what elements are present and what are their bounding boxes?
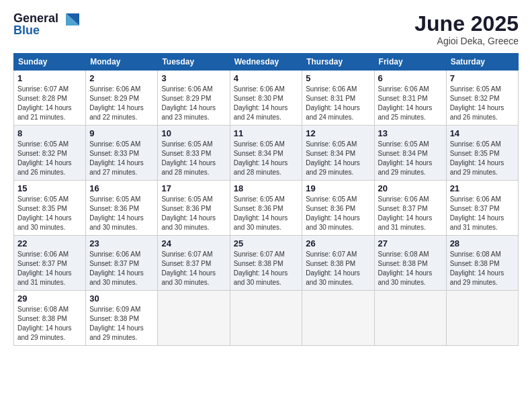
day-number: 4: [234, 73, 299, 83]
logo: General Blue: [13, 12, 79, 36]
table-row: 4 Sunrise: 6:06 AM Sunset: 8:30 PM Dayli…: [230, 71, 302, 126]
table-row: 2 Sunrise: 6:06 AM Sunset: 8:29 PM Dayli…: [86, 71, 158, 126]
calendar-week-row: 1 Sunrise: 6:07 AM Sunset: 8:28 PM Dayli…: [14, 71, 519, 126]
day-info: Sunrise: 6:06 AM Sunset: 8:37 PM Dayligh…: [89, 250, 154, 287]
logo-blue: Blue: [13, 24, 58, 36]
table-row: 12 Sunrise: 6:05 AM Sunset: 8:34 PM Dayl…: [302, 126, 374, 181]
table-row: 7 Sunrise: 6:05 AM Sunset: 8:32 PM Dayli…: [446, 71, 518, 126]
logo-general: General: [13, 12, 58, 24]
calendar-table: Sunday Monday Tuesday Wednesday Thursday…: [13, 53, 519, 346]
day-number: 17: [161, 183, 226, 193]
day-info: Sunrise: 6:06 AM Sunset: 8:30 PM Dayligh…: [234, 85, 299, 122]
day-number: 27: [378, 238, 443, 248]
day-info: Sunrise: 6:05 AM Sunset: 8:36 PM Dayligh…: [306, 195, 370, 232]
day-number: 1: [17, 73, 82, 83]
col-friday: Friday: [374, 54, 446, 71]
day-number: 23: [89, 238, 154, 248]
table-row: 16 Sunrise: 6:05 AM Sunset: 8:36 PM Dayl…: [86, 181, 158, 236]
location: Agioi Deka, Greece: [414, 36, 519, 46]
logo-icon: [60, 11, 79, 30]
table-row: 14 Sunrise: 6:05 AM Sunset: 8:35 PM Dayl…: [446, 126, 518, 181]
day-number: 12: [306, 128, 370, 138]
table-row: 8 Sunrise: 6:05 AM Sunset: 8:32 PM Dayli…: [14, 126, 86, 181]
day-info: Sunrise: 6:05 AM Sunset: 8:34 PM Dayligh…: [378, 140, 443, 177]
day-number: 20: [378, 183, 443, 193]
day-info: Sunrise: 6:07 AM Sunset: 8:37 PM Dayligh…: [161, 250, 226, 287]
table-row: [302, 291, 374, 346]
day-number: 25: [234, 238, 299, 248]
table-row: 25 Sunrise: 6:07 AM Sunset: 8:38 PM Dayl…: [230, 236, 302, 291]
day-number: 28: [450, 238, 515, 248]
day-info: Sunrise: 6:06 AM Sunset: 8:29 PM Dayligh…: [161, 85, 226, 122]
day-number: 22: [17, 238, 82, 248]
day-info: Sunrise: 6:07 AM Sunset: 8:28 PM Dayligh…: [17, 85, 82, 122]
table-row: 10 Sunrise: 6:05 AM Sunset: 8:33 PM Dayl…: [158, 126, 230, 181]
calendar-header-row: Sunday Monday Tuesday Wednesday Thursday…: [14, 54, 519, 71]
table-row: 6 Sunrise: 6:06 AM Sunset: 8:31 PM Dayli…: [374, 71, 446, 126]
col-wednesday: Wednesday: [230, 54, 302, 71]
day-info: Sunrise: 6:05 AM Sunset: 8:34 PM Dayligh…: [306, 140, 370, 177]
col-thursday: Thursday: [302, 54, 374, 71]
table-row: 29 Sunrise: 6:08 AM Sunset: 8:38 PM Dayl…: [14, 291, 86, 346]
table-row: 30 Sunrise: 6:09 AM Sunset: 8:38 PM Dayl…: [86, 291, 158, 346]
title-block: June 2025 Agioi Deka, Greece: [414, 12, 519, 46]
day-info: Sunrise: 6:05 AM Sunset: 8:34 PM Dayligh…: [234, 140, 299, 177]
day-info: Sunrise: 6:05 AM Sunset: 8:35 PM Dayligh…: [450, 140, 515, 177]
calendar-week-row: 22 Sunrise: 6:06 AM Sunset: 8:37 PM Dayl…: [14, 236, 519, 291]
table-row: [230, 291, 302, 346]
table-row: 28 Sunrise: 6:08 AM Sunset: 8:38 PM Dayl…: [446, 236, 518, 291]
table-row: [158, 291, 230, 346]
day-number: 8: [17, 128, 82, 138]
day-number: 29: [17, 293, 82, 304]
day-info: Sunrise: 6:06 AM Sunset: 8:37 PM Dayligh…: [17, 250, 82, 287]
table-row: 13 Sunrise: 6:05 AM Sunset: 8:34 PM Dayl…: [374, 126, 446, 181]
day-number: 18: [234, 183, 299, 193]
day-info: Sunrise: 6:06 AM Sunset: 8:31 PM Dayligh…: [306, 85, 370, 122]
day-info: Sunrise: 6:06 AM Sunset: 8:29 PM Dayligh…: [89, 85, 154, 122]
table-row: [446, 291, 518, 346]
day-info: Sunrise: 6:05 AM Sunset: 8:36 PM Dayligh…: [161, 195, 226, 232]
table-row: 27 Sunrise: 6:08 AM Sunset: 8:38 PM Dayl…: [374, 236, 446, 291]
day-number: 7: [450, 73, 515, 83]
table-row: 3 Sunrise: 6:06 AM Sunset: 8:29 PM Dayli…: [158, 71, 230, 126]
table-row: 26 Sunrise: 6:07 AM Sunset: 8:38 PM Dayl…: [302, 236, 374, 291]
day-info: Sunrise: 6:05 AM Sunset: 8:33 PM Dayligh…: [161, 140, 226, 177]
logo-text: General Blue: [13, 12, 58, 36]
day-info: Sunrise: 6:05 AM Sunset: 8:36 PM Dayligh…: [234, 195, 299, 232]
table-row: 20 Sunrise: 6:06 AM Sunset: 8:37 PM Dayl…: [374, 181, 446, 236]
day-number: 6: [378, 73, 443, 83]
table-row: 9 Sunrise: 6:05 AM Sunset: 8:33 PM Dayli…: [86, 126, 158, 181]
day-number: 11: [234, 128, 299, 138]
day-number: 10: [161, 128, 226, 138]
day-number: 14: [450, 128, 515, 138]
day-number: 2: [89, 73, 154, 83]
day-info: Sunrise: 6:05 AM Sunset: 8:32 PM Dayligh…: [17, 140, 82, 177]
header: General Blue June 2025 Agioi Deka, Greec…: [13, 12, 519, 46]
day-number: 24: [161, 238, 226, 248]
table-row: [374, 291, 446, 346]
table-row: 1 Sunrise: 6:07 AM Sunset: 8:28 PM Dayli…: [14, 71, 86, 126]
table-row: 15 Sunrise: 6:05 AM Sunset: 8:35 PM Dayl…: [14, 181, 86, 236]
day-info: Sunrise: 6:07 AM Sunset: 8:38 PM Dayligh…: [234, 250, 299, 287]
day-info: Sunrise: 6:06 AM Sunset: 8:37 PM Dayligh…: [450, 195, 515, 232]
table-row: 22 Sunrise: 6:06 AM Sunset: 8:37 PM Dayl…: [14, 236, 86, 291]
col-monday: Monday: [86, 54, 158, 71]
day-info: Sunrise: 6:09 AM Sunset: 8:38 PM Dayligh…: [89, 305, 154, 342]
day-info: Sunrise: 6:08 AM Sunset: 8:38 PM Dayligh…: [378, 250, 443, 287]
day-number: 15: [17, 183, 82, 193]
day-number: 19: [306, 183, 370, 193]
day-info: Sunrise: 6:08 AM Sunset: 8:38 PM Dayligh…: [450, 250, 515, 287]
day-info: Sunrise: 6:07 AM Sunset: 8:38 PM Dayligh…: [306, 250, 370, 287]
day-info: Sunrise: 6:05 AM Sunset: 8:36 PM Dayligh…: [89, 195, 154, 232]
day-info: Sunrise: 6:05 AM Sunset: 8:33 PM Dayligh…: [89, 140, 154, 177]
day-info: Sunrise: 6:06 AM Sunset: 8:31 PM Dayligh…: [378, 85, 443, 122]
day-number: 5: [306, 73, 370, 83]
table-row: 21 Sunrise: 6:06 AM Sunset: 8:37 PM Dayl…: [446, 181, 518, 236]
month-title: June 2025: [414, 12, 519, 36]
table-row: 17 Sunrise: 6:05 AM Sunset: 8:36 PM Dayl…: [158, 181, 230, 236]
table-row: 24 Sunrise: 6:07 AM Sunset: 8:37 PM Dayl…: [158, 236, 230, 291]
table-row: 5 Sunrise: 6:06 AM Sunset: 8:31 PM Dayli…: [302, 71, 374, 126]
calendar-week-row: 8 Sunrise: 6:05 AM Sunset: 8:32 PM Dayli…: [14, 126, 519, 181]
day-info: Sunrise: 6:05 AM Sunset: 8:32 PM Dayligh…: [450, 85, 515, 122]
table-row: 19 Sunrise: 6:05 AM Sunset: 8:36 PM Dayl…: [302, 181, 374, 236]
